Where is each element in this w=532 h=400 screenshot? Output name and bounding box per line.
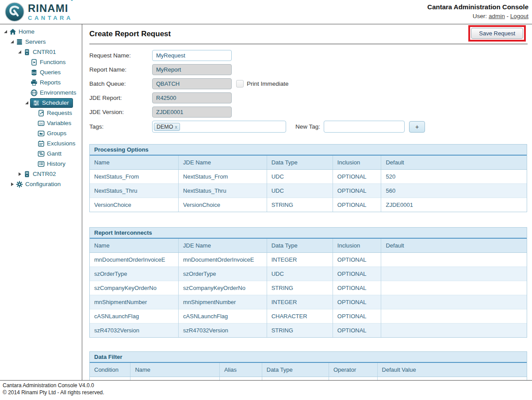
cell: OPTIONAL — [333, 267, 381, 281]
expand-toggle-icon[interactable] — [16, 49, 23, 55]
batch-queue-input — [152, 78, 232, 89]
annotation-highlight-box: Save Request — [468, 25, 526, 42]
sidebar-item-label: Functions — [40, 59, 66, 65]
request-name-label: Request Name: — [89, 52, 152, 59]
collapse-toggle-icon[interactable] — [16, 171, 23, 177]
sidebar-item-cntr01[interactable]: CNTR01 — [0, 47, 82, 57]
sidebar-item-configuration[interactable]: Configuration — [0, 179, 82, 189]
new-tag-input[interactable] — [324, 121, 405, 133]
tag-chip-text: DEMO — [157, 124, 173, 130]
column-header: Inclusion — [333, 239, 381, 253]
expand-toggle-icon[interactable] — [9, 39, 15, 45]
brand-caron-mark: ˇ — [70, 0, 73, 7]
tree-spacer — [31, 120, 37, 126]
sidebar-item-servers[interactable]: Servers — [0, 37, 82, 47]
cell: NextStatus_From — [90, 170, 179, 184]
request-name-row: Request Name: — [89, 50, 528, 61]
cell: INTEGER — [262, 377, 329, 381]
table-header-row: Condition Name Alias Data Type Operator … — [90, 363, 527, 377]
cell: mnDocumentOrderInvoiceE — [90, 253, 179, 267]
table-row: WHERE DocumentOrderInvoiceE DOCO INTEGER… — [90, 377, 527, 381]
table-row: mnDocumentOrderInvoiceE mnDocumentOrderI… — [90, 253, 527, 267]
brand-name: RINAMI — [28, 2, 68, 14]
column-header: Operator — [329, 363, 377, 377]
sidebar-item-functions[interactable]: Functions — [0, 57, 82, 67]
rinami-cantara-logo[interactable]: RINAMI ˇ CANTARA — [0, 0, 73, 24]
sidebar-item-environments[interactable]: Environments — [0, 88, 82, 98]
cell: szR47032Version — [179, 324, 267, 338]
table-title: Processing Options — [90, 145, 527, 156]
sidebar-item-variables[interactable]: (x) Variables — [0, 118, 82, 128]
logout-link[interactable]: Logout — [510, 13, 528, 19]
tag-remove-icon[interactable]: x — [175, 124, 177, 130]
home-icon — [9, 28, 17, 35]
cell: OPTIONAL — [333, 281, 381, 295]
table-row: NextStatus_Thru NextStatus_Thru UDC OPTI… — [90, 184, 527, 198]
tags-row: Tags: DEMO x New Tag: + — [89, 121, 528, 133]
jde-version-label: JDE Version: — [89, 109, 152, 115]
database-icon — [30, 69, 38, 76]
server-icon — [23, 49, 31, 56]
app-footer: Cantara Administration Console V4.0.0 © … — [0, 380, 532, 400]
rinami-logo-icon — [4, 2, 25, 22]
sidebar-item-label: Configuration — [25, 181, 61, 187]
sidebar-item-scheduler[interactable]: Scheduler — [0, 98, 82, 108]
cell: GT — [329, 377, 377, 381]
sidebar-item-queries[interactable]: Queries — [0, 67, 82, 77]
collapse-toggle-icon[interactable] — [9, 181, 15, 187]
sidebar-item-gantt[interactable]: Gantt — [0, 149, 82, 159]
user-name-link[interactable]: admin — [489, 13, 505, 19]
cell: 560 — [381, 184, 527, 198]
cell: UDC — [267, 184, 333, 198]
server-icon — [23, 171, 31, 178]
table-title: Report Interconnects — [90, 228, 527, 239]
data-filter-table: Data Filter Condition Name Alias Data Ty… — [89, 351, 527, 380]
request-name-input[interactable] — [152, 50, 232, 61]
jde-report-input — [152, 92, 232, 103]
expand-toggle-icon[interactable] — [2, 29, 9, 35]
sidebar-item-requests[interactable]: Requests — [0, 108, 82, 118]
cell: STRING — [267, 324, 333, 338]
save-request-button[interactable]: Save Request — [471, 28, 523, 39]
sidebar-item-exclusions[interactable]: Exclusions — [0, 138, 82, 149]
table-row: szR47032Version szR47032Version STRING O… — [90, 324, 527, 338]
page-title-bar: Create Report Request Save Request — [89, 28, 528, 44]
sidebar-item-groups[interactable]: Groups — [0, 128, 82, 138]
function-icon — [30, 59, 38, 66]
table-row: NextStatus_From NextStatus_From UDC OPTI… — [90, 170, 527, 184]
sidebar-item-cntr02[interactable]: CNTR02 — [0, 169, 82, 179]
expand-toggle-icon[interactable] — [23, 100, 30, 106]
servers-icon — [15, 38, 23, 46]
cell: szR47032Version — [90, 324, 179, 338]
footer-version-line: Cantara Administration Console V4.0.0 — [3, 382, 532, 389]
cell: OPTIONAL — [333, 253, 381, 267]
app-header: RINAMI ˇ CANTARA Cantara Administration … — [0, 0, 532, 24]
new-tag-label: New Tag: — [295, 123, 320, 130]
cell: ZJDE0001 — [381, 198, 527, 212]
column-header: JDE Name — [179, 239, 267, 253]
cell: WHERE — [90, 377, 130, 381]
column-header: Name — [130, 363, 220, 377]
sidebar-item-label: Home — [19, 28, 34, 35]
column-header: Data Type — [267, 156, 333, 170]
tree-spacer — [31, 151, 37, 157]
navigation-sidebar: Home Servers CNTR01 — [0, 24, 82, 380]
column-header: Default Value — [377, 363, 527, 377]
svg-text:(x): (x) — [39, 122, 43, 125]
cell: szOrderType — [90, 267, 179, 281]
batch-queue-label: Batch Queue: — [89, 80, 152, 87]
batch-queue-row: Batch Queue: Print Immediate — [89, 78, 528, 89]
add-tag-button[interactable]: + — [409, 121, 425, 133]
print-immediate-checkbox[interactable] — [236, 80, 244, 88]
sidebar-item-reports[interactable]: Reports — [0, 77, 82, 88]
column-header: Name — [90, 239, 179, 253]
sidebar-item-history[interactable]: History — [0, 159, 82, 169]
cell: STRING — [267, 281, 333, 295]
cell: VersionChoice — [90, 198, 179, 212]
sidebar-item-home[interactable]: Home — [0, 27, 82, 37]
sidebar-item-label: CNTR02 — [33, 171, 56, 177]
tags-input[interactable]: DEMO x — [152, 121, 286, 133]
cell — [381, 281, 527, 295]
processing-options-table: Processing Options Name JDE Name Data Ty… — [89, 144, 527, 212]
cell: DOCO — [219, 377, 262, 381]
